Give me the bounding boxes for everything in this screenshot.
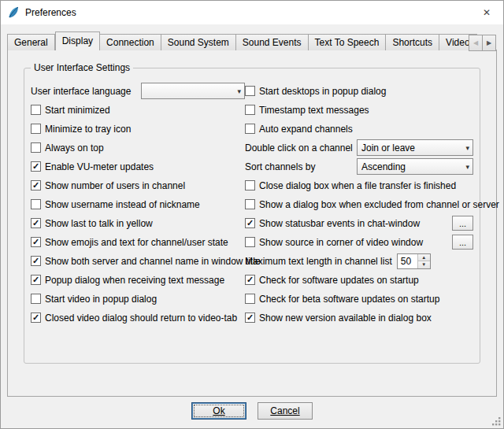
checkbox-show-new-version-dialog[interactable]: ✓ Show new version available in dialog b… bbox=[245, 309, 473, 327]
tab-general[interactable]: General bbox=[7, 34, 55, 50]
checkbox-label: Auto expand channels bbox=[259, 124, 353, 135]
checkbox-box: ✓ bbox=[245, 313, 255, 323]
checkbox-show-emojis-and-text[interactable]: ✓ Show emojis and text for channel/user … bbox=[31, 233, 245, 251]
tab-sound-events[interactable]: Sound Events bbox=[236, 34, 309, 50]
tab-shortcuts[interactable]: Shortcuts bbox=[386, 34, 439, 50]
checkbox-label: Show last to talk in yellow bbox=[45, 218, 153, 229]
checkbox-label: Close dialog box when a file transfer is… bbox=[259, 180, 456, 191]
tab-display[interactable]: Display bbox=[55, 31, 100, 50]
checkbox-show-dialog-when-excluded[interactable]: Show a dialog box when excluded from cha… bbox=[245, 195, 473, 213]
checkbox-show-number-of-users-in-channel[interactable]: ✓ Show number of users in channel bbox=[31, 176, 245, 194]
sort-channels-combobox[interactable]: Ascending ▾ bbox=[357, 158, 473, 175]
checkbox-check-beta-updates[interactable]: Check for beta software updates on start… bbox=[245, 290, 473, 308]
right-column: Start desktops in popup dialog Timestamp… bbox=[245, 82, 473, 327]
checkbox-statusbar-events-in-chat-window[interactable]: ✓ Show statusbar events in chat-window bbox=[245, 218, 420, 229]
checkbox-label: Check for software updates on startup bbox=[259, 275, 419, 286]
combobox-value: Join or leave bbox=[361, 142, 415, 153]
checkbox-minimize-to-tray-icon[interactable]: Minimize to tray icon bbox=[31, 120, 245, 138]
tab-bar: General Display Connection Sound System … bbox=[7, 31, 497, 50]
checkbox-close-dialog-file-transfer-finished[interactable]: Close dialog box when a file transfer is… bbox=[245, 176, 473, 194]
checkbox-label: Show username instead of nickname bbox=[45, 199, 200, 210]
sort-channels-label: Sort channels by bbox=[245, 161, 315, 172]
double-click-combobox[interactable]: Join or leave ▾ bbox=[357, 139, 473, 156]
checkbox-box bbox=[245, 180, 255, 190]
ok-button[interactable]: Ok bbox=[191, 402, 246, 420]
checkbox-label: Timestamp text messages bbox=[259, 105, 369, 116]
checkbox-box bbox=[31, 199, 41, 209]
spinner-value: 50 bbox=[398, 254, 417, 268]
tab-text-to-speech[interactable]: Text To Speech bbox=[309, 34, 387, 50]
checkbox-box: ✓ bbox=[31, 218, 41, 228]
checkbox-label: Start video in popup dialog bbox=[45, 294, 157, 305]
close-icon[interactable]: ✕ bbox=[470, 1, 503, 24]
chevron-down-icon: ▾ bbox=[465, 144, 469, 152]
checkbox-show-username-instead-of-nickname[interactable]: Show username instead of nickname bbox=[31, 195, 245, 213]
checkbox-box: ✓ bbox=[31, 256, 41, 266]
checkbox-label: Popup dialog when receiving text message bbox=[45, 275, 224, 286]
double-click-label: Double click on a channel bbox=[245, 142, 353, 153]
checkbox-box bbox=[31, 124, 41, 134]
tab-scroll-left-icon[interactable]: ◀ bbox=[469, 35, 483, 51]
checkbox-box bbox=[245, 237, 255, 247]
spin-down-icon[interactable]: ▼ bbox=[418, 261, 430, 268]
tab-scroll-right-icon[interactable]: ▶ bbox=[482, 35, 496, 51]
chevron-down-icon: ▾ bbox=[237, 87, 241, 95]
checkbox-box: ✓ bbox=[31, 237, 41, 247]
checkbox-box bbox=[31, 105, 41, 115]
checkbox-box bbox=[31, 294, 41, 304]
checkbox-box bbox=[245, 199, 255, 209]
checkbox-check-software-updates[interactable]: ✓ Check for software updates on startup bbox=[245, 271, 473, 289]
checkbox-box bbox=[31, 142, 41, 153]
video-source-more-button[interactable]: ... bbox=[452, 235, 473, 250]
user-interface-settings-group: User Interface Settings User interface l… bbox=[24, 68, 480, 364]
checkbox-box: ✓ bbox=[31, 161, 41, 172]
checkbox-box bbox=[245, 86, 255, 96]
checkbox-label: Start desktops in popup dialog bbox=[259, 86, 386, 97]
language-label: User interface language bbox=[31, 86, 131, 97]
checkbox-popup-dialog-on-text-message[interactable]: ✓ Popup dialog when receiving text messa… bbox=[31, 271, 245, 289]
checkbox-label: Show statusbar events in chat-window bbox=[259, 218, 420, 229]
checkbox-box: ✓ bbox=[31, 313, 41, 323]
cancel-button[interactable]: Cancel bbox=[258, 402, 313, 420]
checkbox-label: Show new version available in dialog box bbox=[259, 313, 432, 324]
resize-grip[interactable] bbox=[491, 416, 502, 427]
max-text-length-label: Maximum text length in channel list bbox=[245, 256, 392, 267]
checkbox-auto-expand-channels[interactable]: Auto expand channels bbox=[245, 120, 473, 138]
display-tab-pane: User Interface Settings User interface l… bbox=[7, 50, 497, 397]
tab-sound-system[interactable]: Sound System bbox=[161, 34, 236, 50]
checkbox-box bbox=[245, 105, 255, 115]
chevron-down-icon: ▾ bbox=[465, 163, 469, 171]
app-feather-icon bbox=[7, 6, 20, 19]
checkbox-box: ✓ bbox=[31, 180, 41, 190]
checkbox-show-last-to-talk-in-yellow[interactable]: ✓ Show last to talk in yellow bbox=[31, 214, 245, 232]
checkbox-label: Show emojis and text for channel/user st… bbox=[45, 237, 228, 248]
checkbox-show-server-and-channel-in-title[interactable]: ✓ Show both server and channel name in w… bbox=[31, 252, 245, 270]
statusbar-events-more-button[interactable]: ... bbox=[452, 216, 473, 231]
checkbox-start-minimized[interactable]: Start minimized bbox=[31, 101, 245, 119]
title-bar: Preferences ✕ bbox=[1, 1, 503, 24]
tab-connection[interactable]: Connection bbox=[100, 34, 161, 50]
checkbox-box bbox=[245, 124, 255, 134]
group-title: User Interface Settings bbox=[31, 62, 133, 73]
max-text-length-spinner[interactable]: 50 ▲ ▼ bbox=[397, 253, 431, 269]
checkbox-label: Show both server and channel name in win… bbox=[45, 256, 261, 267]
left-column: User interface language ▾ Start minimize… bbox=[31, 82, 245, 327]
checkbox-start-video-in-popup-dialog[interactable]: Start video in popup dialog bbox=[31, 290, 245, 308]
checkbox-label: Closed video dialog should return to vid… bbox=[45, 313, 237, 324]
dialog-buttons: Ok Cancel bbox=[1, 402, 503, 420]
checkbox-label: Minimize to tray icon bbox=[45, 124, 131, 135]
checkbox-timestamp-text-messages[interactable]: Timestamp text messages bbox=[245, 101, 473, 119]
combobox-value: Ascending bbox=[361, 161, 406, 172]
checkbox-box: ✓ bbox=[31, 275, 41, 285]
checkbox-box: ✓ bbox=[245, 275, 255, 285]
preferences-dialog: Preferences ✕ General Display Connection… bbox=[0, 0, 504, 429]
checkbox-always-on-top[interactable]: Always on top bbox=[31, 139, 245, 157]
checkbox-label: Show number of users in channel bbox=[45, 180, 185, 191]
language-combobox[interactable]: ▾ bbox=[141, 83, 245, 99]
spin-up-icon[interactable]: ▲ bbox=[418, 254, 430, 261]
checkbox-closed-video-return-to-video-tab[interactable]: ✓ Closed video dialog should return to v… bbox=[31, 309, 245, 327]
checkbox-enable-vu-meter-updates[interactable]: ✓ Enable VU-meter updates bbox=[31, 157, 245, 176]
checkbox-box: ✓ bbox=[245, 218, 255, 228]
checkbox-start-desktops-in-popup[interactable]: Start desktops in popup dialog bbox=[245, 82, 473, 100]
checkbox-show-source-in-video-window[interactable]: Show source in corner of video window bbox=[245, 237, 423, 248]
